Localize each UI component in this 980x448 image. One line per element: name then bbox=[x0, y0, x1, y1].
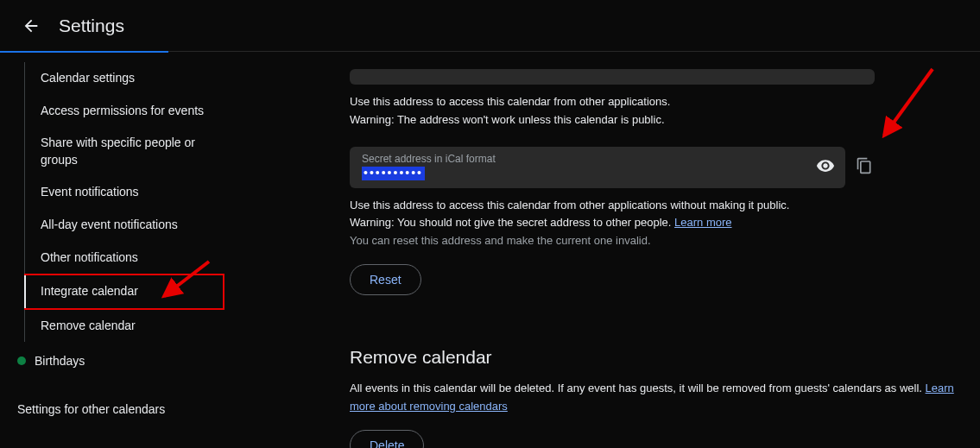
calendar-color-dot bbox=[17, 357, 26, 365]
sidebar-item-remove-calendar[interactable]: Remove calendar bbox=[25, 310, 224, 343]
reset-note: You can reset this address and make the … bbox=[350, 232, 959, 250]
sidebar-item-label: Birthdays bbox=[35, 354, 85, 368]
field-label: Secret address in iCal format bbox=[362, 153, 833, 165]
delete-button[interactable]: Delete bbox=[350, 430, 424, 448]
sidebar-item-calendar-settings[interactable]: Calendar settings bbox=[25, 62, 224, 95]
sidebar-item-label: Integrate calendar bbox=[41, 284, 138, 298]
secret-warning-text: Warning: You should not give the secret … bbox=[350, 214, 959, 232]
public-help-text-2: Warning: The address won't work unless t… bbox=[350, 111, 959, 129]
sidebar-item-event-notifications[interactable]: Event notifications bbox=[25, 176, 224, 209]
main-content: Use this address to access this calendar… bbox=[224, 52, 980, 448]
sidebar-section-other-calendars: Settings for other calendars bbox=[0, 376, 224, 425]
reset-button[interactable]: Reset bbox=[350, 264, 421, 295]
warning-prefix: Warning: You should not give the secret … bbox=[350, 216, 674, 229]
public-address-field[interactable] bbox=[350, 69, 875, 85]
secret-address-field[interactable]: Secret address in iCal format •••••••••• bbox=[350, 147, 845, 188]
topbar: Settings bbox=[0, 0, 980, 52]
remove-calendar-heading: Remove calendar bbox=[350, 347, 959, 368]
active-indicator bbox=[24, 275, 26, 308]
secret-help-text: Use this address to access this calendar… bbox=[350, 197, 959, 215]
copy-icon[interactable] bbox=[856, 157, 873, 178]
remove-help-prefix: All events in this calendar will be dele… bbox=[350, 382, 926, 394]
sidebar-item-birthdays[interactable]: Birthdays bbox=[0, 342, 224, 376]
field-value: •••••••••• bbox=[362, 167, 425, 180]
sidebar-item-access-permissions[interactable]: Access permissions for events bbox=[25, 95, 224, 128]
remove-help-text: All events in this calendar will be dele… bbox=[350, 380, 959, 416]
eye-icon[interactable] bbox=[816, 156, 835, 179]
sidebar-item-integrate-calendar[interactable]: Integrate calendar bbox=[24, 274, 224, 310]
sidebar-item-allday-notifications[interactable]: All-day event notifications bbox=[25, 209, 224, 242]
page-title: Settings bbox=[59, 16, 124, 36]
back-arrow-icon[interactable] bbox=[21, 16, 41, 36]
sidebar-item-share[interactable]: Share with specific people or groups bbox=[25, 127, 224, 176]
learn-more-link[interactable]: Learn more bbox=[674, 216, 731, 229]
sidebar-item-other-notifications[interactable]: Other notifications bbox=[25, 242, 224, 274]
sidebar: Calendar settings Access permissions for… bbox=[0, 52, 224, 448]
public-help-text-1: Use this address to access this calendar… bbox=[350, 93, 959, 111]
